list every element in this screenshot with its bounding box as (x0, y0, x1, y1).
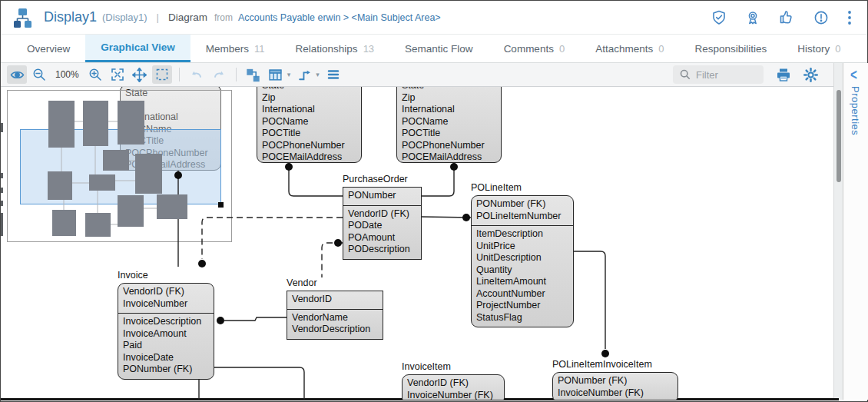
tab-count-badge: 11 (254, 43, 265, 55)
tab-responsibilities[interactable]: Responsibilities (679, 35, 782, 62)
entity-purchase-order[interactable]: PONumberVendorID (FK)PODatePOAmountPODes… (343, 187, 422, 260)
tab-count-badge: 0 (835, 43, 840, 55)
tab-overview[interactable]: Overview (12, 35, 85, 62)
connector-style-icon[interactable] (294, 65, 314, 84)
entity-attribute: POCTitle (402, 128, 497, 140)
diagram-toolbar: 100% (1, 63, 867, 87)
entity-invoice[interactable]: VendorID (FK)InvoiceNumberInvoiceDescrip… (118, 283, 214, 380)
entity-attribute: UnitDescription (476, 252, 569, 264)
entity-title-vendor: Vendor (287, 277, 317, 288)
tab-comments[interactable]: Comments0 (489, 35, 581, 62)
entity-attribute: VendorID (FK) (123, 286, 210, 298)
entity-attribute: ProjectNumber (476, 300, 569, 312)
alert-circle-icon[interactable] (813, 10, 829, 25)
display-menu-icon[interactable] (323, 65, 343, 84)
overview-resize-handle[interactable] (218, 202, 224, 208)
chevron-left-icon[interactable]: < (850, 65, 857, 82)
properties-panel-tab[interactable]: Properties (850, 86, 861, 135)
overview-entity-box (52, 210, 76, 236)
entity-attribute: POCTitle (262, 128, 357, 140)
entity-attribute: AccountNumber (476, 288, 569, 301)
entity-attribute: UnitPrice (476, 241, 569, 253)
print-icon[interactable] (774, 65, 793, 84)
clipped-entity-fragment (1, 213, 3, 236)
entity-title-purchase-order: PurchaseOrder (343, 174, 408, 184)
tab-count-badge: 0 (658, 43, 664, 55)
clipped-entity-fragment (1, 173, 3, 178)
from-label: from (214, 12, 233, 23)
toolbar-separator (179, 68, 180, 81)
redo-icon[interactable] (209, 65, 229, 84)
page-title: Display1 (44, 9, 97, 25)
fit-to-screen-icon[interactable] (108, 65, 128, 84)
entity-attribute: POAmount (348, 232, 417, 244)
entity-attribute: POLineItemNumber (476, 211, 569, 223)
breadcrumb[interactable]: Accounts Payable erwin > <Main Subject A… (238, 12, 441, 23)
auto-layout-icon[interactable] (244, 65, 263, 84)
overview-entity-box (118, 101, 144, 145)
thumbs-up-icon[interactable] (779, 9, 795, 25)
undo-icon[interactable] (187, 65, 207, 84)
doc-type-label: Diagram (168, 12, 207, 23)
overview-entity-box (48, 101, 75, 148)
entity-address-right[interactable]: StateZipInternationalPOCNamePOCTitlePOCP… (396, 87, 502, 163)
entity-attribute: PONumber (FK) (558, 375, 674, 387)
tab-attachments[interactable]: Attachments0 (580, 35, 679, 62)
table-display-icon[interactable] (266, 65, 286, 84)
entity-address-mid[interactable]: StateZipInternationalPOCNamePOCTitlePOCP… (257, 87, 362, 163)
relationship-vendor-to-invoice (224, 317, 287, 321)
tab-label: History (797, 43, 830, 55)
tab-relationships[interactable]: Relationships13 (280, 35, 390, 62)
overview-entity-box (103, 150, 129, 171)
overview-entity-box (118, 195, 144, 227)
scrollbar-thumb[interactable] (837, 90, 841, 182)
entity-title-invoice-item: InvoiceItem (402, 361, 451, 372)
entity-po-line-item[interactable]: PONumber (FK)POLineItemNumberItemDescrip… (471, 195, 574, 327)
marquee-select-icon[interactable] (152, 65, 172, 84)
entity-attribute: VendorID (FK) (407, 377, 500, 390)
entity-attribute: International (262, 104, 357, 116)
diagram-canvas[interactable]: StateZipInternationalPOCNamePOCTitlePOCP… (1, 87, 833, 400)
relationship-invoice-to-invoice-item (214, 367, 304, 400)
relationship-po-line-item-to-po-line-item-invoice-item (574, 251, 605, 349)
entity-po-line-item-invoice-item[interactable]: PONumber (FK)InvoiceNumber (FK) (552, 372, 678, 400)
entity-key-section: PONumber (FK)POLineItemNumber (472, 196, 573, 225)
tab-label: Members (206, 43, 249, 55)
entity-attribute: POCEMailAddress (262, 151, 357, 163)
tab-history[interactable]: History0 (782, 35, 856, 62)
erwin-web-portal-window: Display1 (Display1) | Diagram from Accou… (0, 0, 868, 402)
tab-graphical-view[interactable]: Graphical View (85, 35, 190, 62)
entity-attribute: StatusFlag (476, 312, 569, 324)
entity-attr-section: VendorNameVendorDescription (287, 309, 383, 339)
entity-vendor[interactable]: VendorIDVendorNameVendorDescription (287, 291, 383, 340)
entity-attribute: VendorID (FK) (348, 208, 417, 221)
certificate-icon[interactable] (745, 10, 760, 25)
chevron-down-icon[interactable]: ▾ (287, 71, 291, 78)
entity-attribute: POCPhoneNumber (402, 140, 497, 152)
entity-attribute: InvoiceNumber (123, 298, 210, 311)
shield-check-icon[interactable] (711, 10, 727, 25)
entity-attribute: POCName (402, 116, 497, 128)
overview-eye-icon[interactable] (7, 65, 27, 84)
zoom-out-icon[interactable] (29, 65, 49, 84)
vertical-scrollbar[interactable] (833, 63, 843, 400)
relationship-endpoint-dot (450, 163, 458, 171)
filter-input[interactable] (696, 69, 756, 81)
pan-icon[interactable] (130, 65, 150, 84)
tab-semantic-flow[interactable]: Semantic Flow (389, 35, 489, 62)
relationship-endpoint-dot (217, 317, 224, 324)
zoom-in-icon[interactable] (85, 65, 105, 84)
header-actions (711, 9, 852, 25)
entity-attribute: Zip (402, 92, 497, 105)
clipped-entity-fragment (1, 188, 3, 193)
filter-box (673, 65, 764, 84)
entity-invoice-item[interactable]: VendorID (FK)InvoiceNumber (FK) (402, 374, 505, 400)
settings-gear-icon[interactable] (800, 65, 820, 84)
tab-members[interactable]: Members11 (190, 35, 280, 62)
overview-entity-box (89, 174, 115, 191)
zoom-level: 100% (55, 69, 79, 80)
entity-key-section: VendorID (287, 291, 383, 309)
chevron-down-icon[interactable]: ▾ (316, 71, 320, 78)
entity-key-section: PONumber (FK)InvoiceNumber (FK) (553, 373, 678, 400)
kebab-menu-icon[interactable] (847, 10, 852, 25)
